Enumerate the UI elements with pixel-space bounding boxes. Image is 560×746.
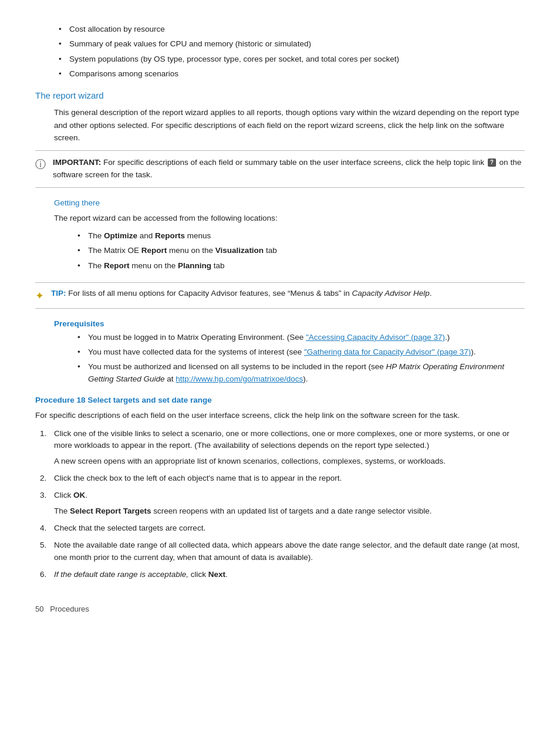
prereq-bullet-1: You must be logged in to Matrix Operatin… — [77, 332, 525, 343]
getting-intro: The report wizard can be accessed from t… — [54, 212, 525, 225]
hp-url-link[interactable]: http://www.hp.com/go/matrixoe/docs — [176, 374, 303, 383]
procedure-steps: Click one of the visible links to select… — [35, 428, 525, 581]
report-bold-3: Report — [104, 261, 130, 270]
step-4: Check that the selected targets are corr… — [35, 522, 525, 535]
important-text: IMPORTANT: For specific descriptions of … — [53, 157, 525, 181]
getting-bullet-list: The Optimize and Reports menus The Matri… — [77, 230, 525, 272]
bullet-item-2: Summary of peak values for CPU and memor… — [59, 38, 525, 50]
important-box: ⓘ IMPORTANT: For specific descriptions o… — [35, 150, 525, 188]
tip-icon: ✦ — [35, 289, 44, 302]
step-3: Click OK. The Select Report Targets scre… — [35, 490, 525, 518]
gathering-link[interactable]: "Gathering data for Capacity Advisor" (p… — [304, 347, 471, 356]
step-5: Note the available date range of all col… — [35, 539, 525, 564]
prerequisites-section: Prerequisites You must be logged in to M… — [54, 319, 525, 385]
step-1-sub: A new screen opens with an appropriate l… — [54, 455, 525, 468]
getting-bullet-3: The Report menu on the Planning tab — [77, 260, 525, 272]
optimize-bold: Optimize — [104, 231, 137, 240]
visualization-bold: Visualization — [215, 246, 264, 255]
tip-text: TIP: For lists of all menu options for C… — [51, 289, 432, 298]
report-bold-2: Report — [141, 246, 167, 255]
step-6-italic: If the default date range is acceptable, — [54, 570, 188, 579]
step-2: Click the check box to the left of each … — [35, 472, 525, 485]
ok-bold: OK — [73, 491, 85, 499]
footer-page-number: 50 — [35, 605, 43, 613]
step-1: Click one of the visible links to select… — [35, 428, 525, 468]
select-report-targets-bold: Select Report Targets — [70, 507, 151, 515]
reports-bold: Reports — [155, 231, 185, 240]
top-bullet-list: Cost allocation by resource Summary of p… — [59, 23, 525, 80]
getting-there-section: Getting there The report wizard can be a… — [54, 198, 525, 272]
accessing-link[interactable]: "Accessing Capacity Advisor" (page 37) — [306, 333, 445, 342]
getting-bullet-2: The Matrix OE Report menu on the Visuali… — [77, 245, 525, 256]
step-3-sub: The Select Report Targets screen reopens… — [54, 505, 525, 518]
tip-box: ✦ TIP: For lists of all menu options for… — [35, 282, 525, 309]
getting-there-heading: Getting there — [54, 198, 525, 207]
bullet-item-1: Cost allocation by resource — [59, 23, 525, 35]
tip-end: . — [430, 289, 432, 298]
prereq-bullet-3: You must be authorized and licensed on a… — [77, 361, 525, 385]
page-footer: 50 Procedures — [35, 605, 525, 613]
help-icon: ? — [488, 158, 496, 167]
section-heading: The report wizard — [35, 90, 525, 100]
bullet-item-3: System populations (by OS type, processo… — [59, 53, 525, 65]
tip-label: TIP: — [51, 289, 66, 298]
important-label: IMPORTANT: — [53, 158, 101, 167]
important-body: For specific descriptions of each field … — [103, 158, 484, 167]
planning-bold: Planning — [178, 261, 211, 270]
getting-bullet-1: The Optimize and Reports menus — [77, 230, 525, 242]
procedure-heading: Procedure 18 Select targets and set date… — [35, 396, 525, 404]
next-bold: Next — [208, 570, 225, 579]
prereq-heading: Prerequisites — [54, 319, 525, 328]
tip-italic: Capacity Advisor Help — [352, 289, 429, 298]
procedure-intro: For specific descriptions of each field … — [35, 409, 525, 422]
bullet-item-4: Comparisons among scenarios — [59, 68, 525, 80]
prereq-bullet-list: You must be logged in to Matrix Operatin… — [77, 332, 525, 385]
section-intro: This general description of the report w… — [54, 106, 525, 144]
tip-body: For lists of all menu options for Capaci… — [68, 289, 352, 298]
important-icon: ⓘ — [35, 157, 46, 171]
prereq-bullet-2: You must have collected data for the sys… — [77, 346, 525, 358]
step-6: If the default date range is acceptable,… — [35, 569, 525, 581]
footer-label: Procedures — [50, 605, 89, 613]
